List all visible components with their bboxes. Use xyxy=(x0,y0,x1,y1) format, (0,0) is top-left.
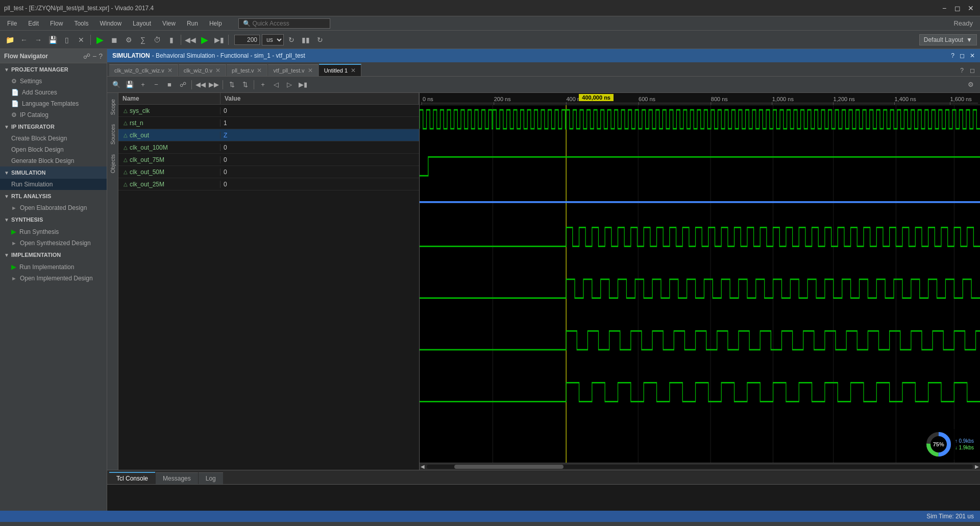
menu-file[interactable]: File xyxy=(2,18,22,29)
section-project-manager-header[interactable]: ▼ PROJECT MANAGER xyxy=(0,63,107,76)
nav-open-synthesized-design[interactable]: ► Open Synthesized Design xyxy=(0,237,107,249)
wave-marker-prev-btn[interactable]: ◁ xyxy=(270,79,282,91)
play-button[interactable]: ▶ xyxy=(198,33,211,46)
wave-settings-btn[interactable]: ⚙ xyxy=(965,79,977,91)
open-button[interactable]: 📁 xyxy=(3,33,16,46)
wave-save-btn[interactable]: 💾 xyxy=(124,79,136,91)
minimize-button[interactable]: − xyxy=(939,3,949,13)
nav-run-implementation[interactable]: ▶ Run Implementation xyxy=(0,261,107,273)
wave-search-btn[interactable]: 🔍 xyxy=(110,79,122,91)
refresh-button[interactable]: ↻ xyxy=(313,33,327,46)
side-tab-scope[interactable]: Scope xyxy=(108,95,117,119)
scroll-left-btn[interactable]: ◀ xyxy=(421,464,425,469)
restore-button[interactable]: ◻ xyxy=(952,3,963,13)
section-simulation-header[interactable]: ▼ SIMULATION xyxy=(0,166,107,179)
stop-button[interactable]: ▮ xyxy=(165,33,178,46)
wave-marker-add-btn[interactable]: + xyxy=(257,79,269,91)
signal-row-sys-clk[interactable]: △sys_clk 0 xyxy=(118,105,419,117)
bottom-tab-messages[interactable]: Messages xyxy=(156,472,198,484)
wave-zoom-out-btn[interactable]: − xyxy=(150,79,162,91)
signal-row-clk-out[interactable]: △clk_out Z xyxy=(118,129,419,141)
nav-language-templates[interactable]: 📄 Language Templates xyxy=(0,98,107,109)
tab-close-1[interactable]: ✕ xyxy=(167,67,173,74)
wave-goto-start-btn[interactable]: ◀◀ xyxy=(194,79,207,91)
minimize-nav-icon[interactable]: − xyxy=(92,52,96,60)
sum-button[interactable]: ∑ xyxy=(136,33,150,46)
section-ip-integrator-header[interactable]: ▼ IP INTEGRATOR xyxy=(0,121,107,133)
section-synthesis-header[interactable]: ▼ SYNTHESIS xyxy=(0,213,107,226)
redo-button[interactable]: → xyxy=(32,33,45,46)
wave-swap-btn[interactable]: ⇅ xyxy=(226,79,238,91)
sim-close-icon[interactable]: ✕ xyxy=(970,52,975,59)
signal-row-rst-n[interactable]: △rst_n 1 xyxy=(118,117,419,129)
menu-edit[interactable]: Edit xyxy=(23,18,44,29)
wave-goto-end-btn[interactable]: ▶▶ xyxy=(208,79,220,91)
nav-run-synthesis[interactable]: ▶ Run Synthesis xyxy=(0,226,107,237)
section-rtl-header[interactable]: ▼ RTL ANALYSIS xyxy=(0,190,107,202)
grid-button[interactable]: ◼ xyxy=(108,33,121,46)
wave-zoom-in-btn[interactable]: + xyxy=(137,79,149,91)
nav-settings[interactable]: ⚙ Settings xyxy=(0,76,107,87)
sim-help-icon[interactable]: ? xyxy=(951,52,954,59)
save-button[interactable]: 💾 xyxy=(46,33,59,46)
sim-resize-icon[interactable]: ◻ xyxy=(960,52,965,59)
undo-button[interactable]: ← xyxy=(17,33,31,46)
delete-button[interactable]: ✕ xyxy=(75,33,88,46)
help-icon[interactable]: ? xyxy=(99,52,103,60)
copy-button[interactable]: ▯ xyxy=(60,33,74,46)
section-implementation-header[interactable]: ▼ IMPLEMENTATION xyxy=(0,249,107,261)
bottom-tab-log[interactable]: Log xyxy=(199,472,223,484)
side-tab-sources[interactable]: Sources xyxy=(108,120,117,149)
tab-vtf-pll-test-v[interactable]: vtf_pll_test.v ✕ xyxy=(268,64,318,76)
menu-flow[interactable]: Flow xyxy=(45,18,68,29)
layout-dropdown[interactable]: Default Layout ▼ xyxy=(919,34,977,45)
goto-start-button[interactable]: ◀◀ xyxy=(184,33,197,46)
nav-run-simulation[interactable]: Run Simulation xyxy=(0,179,107,190)
wave-swap2-btn[interactable]: ⇅ xyxy=(239,79,251,91)
tab-close-3[interactable]: ✕ xyxy=(257,67,262,74)
nav-create-block-design[interactable]: Create Block Design xyxy=(0,133,107,144)
wave-marker-last-btn[interactable]: ▶▮ xyxy=(297,79,309,91)
nav-open-implemented-design[interactable]: ► Open Implemented Design xyxy=(0,273,107,284)
sim-time-input[interactable]: 200 xyxy=(234,35,260,45)
side-tab-objects[interactable]: Objects xyxy=(108,150,117,177)
nav-ip-catalog[interactable]: ⚙ IP Catalog xyxy=(0,109,107,121)
step-button[interactable]: ▶▮ xyxy=(212,33,226,46)
run-partial-button[interactable]: ⏱ xyxy=(151,33,164,46)
close-button[interactable]: ✕ xyxy=(966,3,976,13)
wave-zoom-sel-btn[interactable]: ☍ xyxy=(177,79,189,91)
tab-close-5[interactable]: ✕ xyxy=(351,67,356,74)
scroll-right-btn[interactable]: ▶ xyxy=(975,464,979,469)
tab-close-2[interactable]: ✕ xyxy=(215,67,220,74)
scroll-track[interactable] xyxy=(427,465,973,469)
run-button[interactable]: ▶ xyxy=(93,33,107,46)
tab-untitled-1[interactable]: Untitled 1 ✕ xyxy=(319,64,361,76)
settings-button[interactable]: ⚙ xyxy=(122,33,135,46)
nav-open-block-design[interactable]: Open Block Design xyxy=(0,144,107,155)
bottom-tab-tcl[interactable]: Tcl Console xyxy=(109,472,155,484)
menu-tools[interactable]: Tools xyxy=(69,18,93,29)
signal-row-clk-out-100m[interactable]: △clk_out_100M 0 xyxy=(118,141,419,154)
tab-help-icon[interactable]: ? xyxy=(957,65,967,76)
tab-pll-test-v[interactable]: pll_test.v ✕ xyxy=(227,64,267,76)
wave-marker-next-btn[interactable]: ▷ xyxy=(283,79,296,91)
menu-help[interactable]: Help xyxy=(204,18,227,29)
wave-scrollbar-h[interactable]: ◀ ▶ xyxy=(420,463,980,470)
signal-row-clk-out-75m[interactable]: △clk_out_75M 0 xyxy=(118,154,419,166)
menu-run[interactable]: Run xyxy=(182,18,203,29)
menu-layout[interactable]: Layout xyxy=(128,18,156,29)
tab-clk-wiz-0-clk-wiz-v[interactable]: clk_wiz_0_clk_wiz.v ✕ xyxy=(109,64,178,76)
scroll-thumb[interactable] xyxy=(454,465,564,469)
restart-button[interactable]: ↻ xyxy=(285,33,298,46)
menu-view[interactable]: View xyxy=(157,18,181,29)
menu-window[interactable]: Window xyxy=(94,18,127,29)
tab-clk-wiz-0-v[interactable]: clk_wiz_0.v ✕ xyxy=(179,64,226,76)
quick-access-input[interactable] xyxy=(253,20,324,27)
nav-add-sources[interactable]: 📄 Add Sources xyxy=(0,87,107,98)
sim-time-unit[interactable]: us ns ps xyxy=(262,34,284,45)
pause-button[interactable]: ▮▮ xyxy=(299,33,312,46)
signal-row-clk-out-25m[interactable]: △clk_out_25M 0 xyxy=(118,178,419,190)
signal-row-clk-out-50m[interactable]: △clk_out_50M 0 xyxy=(118,166,419,178)
wave-fit-btn[interactable]: ■ xyxy=(163,79,176,91)
pin-icon[interactable]: ☍ xyxy=(83,52,90,60)
